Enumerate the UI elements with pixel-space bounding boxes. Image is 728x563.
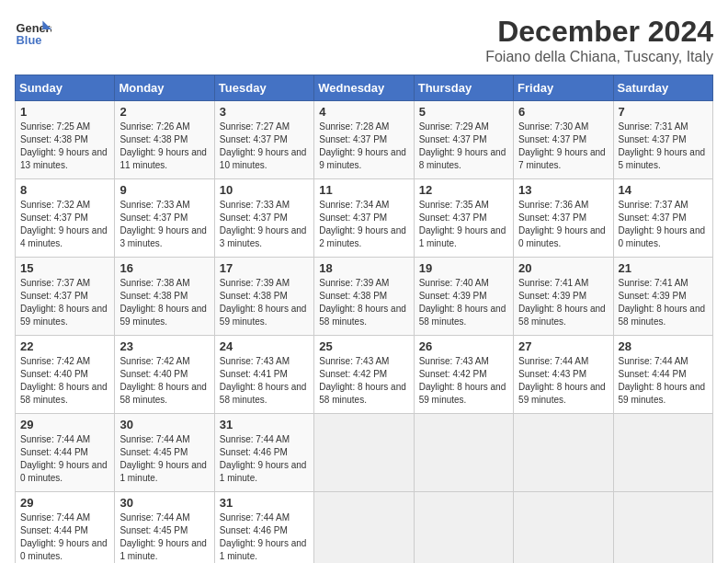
day-number: 13	[518, 183, 608, 197]
cell-info: Sunrise: 7:27 AMSunset: 4:37 PMDaylight:…	[220, 121, 307, 170]
calendar-cell: 5 Sunrise: 7:29 AMSunset: 4:37 PMDayligh…	[414, 101, 513, 179]
cell-info: Sunrise: 7:44 AMSunset: 4:43 PMDaylight:…	[518, 356, 606, 405]
calendar-cell: 27 Sunrise: 7:44 AMSunset: 4:43 PMDaylig…	[514, 336, 613, 414]
day-header-monday: Monday	[115, 75, 214, 101]
logo-icon: General Blue	[15, 15, 51, 52]
day-header-sunday: Sunday	[16, 75, 115, 101]
cell-info: Sunrise: 7:40 AMSunset: 4:39 PMDaylight:…	[419, 278, 506, 327]
day-number: 9	[119, 183, 209, 197]
cell-info: Sunrise: 7:43 AMSunset: 4:41 PMDaylight:…	[220, 356, 307, 405]
cell-info: Sunrise: 7:26 AMSunset: 4:38 PMDaylight:…	[119, 121, 207, 170]
cell-info: Sunrise: 7:30 AMSunset: 4:37 PMDaylight:…	[518, 121, 606, 170]
calendar-cell: 30 Sunrise: 7:44 AMSunset: 4:45 PMDaylig…	[115, 414, 214, 492]
calendar-cell: 14 Sunrise: 7:37 AMSunset: 4:37 PMDaylig…	[613, 179, 712, 258]
day-number: 24	[220, 339, 309, 353]
cell-info: Sunrise: 7:44 AMSunset: 4:44 PMDaylight:…	[619, 356, 706, 405]
cell-info: Sunrise: 7:44 AMSunset: 4:44 PMDaylight:…	[20, 434, 108, 483]
calendar-cell: 15 Sunrise: 7:37 AMSunset: 4:37 PMDaylig…	[16, 258, 115, 336]
calendar-cell: 18 Sunrise: 7:39 AMSunset: 4:38 PMDaylig…	[314, 258, 414, 336]
calendar-cell: 2 Sunrise: 7:26 AMSunset: 4:38 PMDayligh…	[115, 101, 214, 179]
calendar-cell: 6 Sunrise: 7:30 AMSunset: 4:37 PMDayligh…	[514, 101, 613, 179]
calendar-cell: 22 Sunrise: 7:42 AMSunset: 4:40 PMDaylig…	[16, 336, 115, 414]
calendar-row-week5: 29 Sunrise: 7:44 AMSunset: 4:44 PMDaylig…	[16, 414, 713, 492]
calendar-cell	[514, 492, 613, 564]
calendar-row-week3: 15 Sunrise: 7:37 AMSunset: 4:37 PMDaylig…	[16, 258, 713, 336]
cell-info: Sunrise: 7:37 AMSunset: 4:37 PMDaylight:…	[619, 200, 706, 248]
day-number: 8	[20, 183, 109, 197]
calendar-cell: 20 Sunrise: 7:41 AMSunset: 4:39 PMDaylig…	[514, 258, 613, 336]
cell-info: Sunrise: 7:29 AMSunset: 4:37 PMDaylight:…	[419, 121, 506, 170]
calendar-cell	[613, 414, 712, 492]
cell-info: Sunrise: 7:41 AMSunset: 4:39 PMDaylight:…	[518, 278, 606, 327]
page-header: General Blue December 2024 Foiano della …	[15, 15, 713, 65]
calendar-cell	[414, 414, 513, 492]
calendar-table: SundayMondayTuesdayWednesdayThursdayFrid…	[15, 75, 713, 563]
day-number: 26	[419, 339, 508, 353]
cell-info: Sunrise: 7:44 AMSunset: 4:45 PMDaylight:…	[119, 512, 207, 561]
cell-info: Sunrise: 7:41 AMSunset: 4:39 PMDaylight:…	[619, 278, 706, 327]
calendar-cell: 24 Sunrise: 7:43 AMSunset: 4:41 PMDaylig…	[214, 336, 313, 414]
cell-info: Sunrise: 7:32 AMSunset: 4:37 PMDaylight:…	[20, 200, 108, 248]
location-title: Foiano della Chiana, Tuscany, Italy	[485, 49, 713, 65]
cell-info: Sunrise: 7:36 AMSunset: 4:37 PMDaylight:…	[518, 200, 606, 248]
day-number: 25	[319, 339, 408, 353]
month-title: December 2024	[485, 15, 713, 49]
calendar-cell: 11 Sunrise: 7:34 AMSunset: 4:37 PMDaylig…	[314, 179, 414, 258]
cell-info: Sunrise: 7:39 AMSunset: 4:38 PMDaylight:…	[220, 278, 307, 327]
calendar-cell	[314, 492, 414, 564]
calendar-cell: 26 Sunrise: 7:43 AMSunset: 4:42 PMDaylig…	[414, 336, 513, 414]
day-number: 15	[20, 261, 109, 275]
cell-info: Sunrise: 7:43 AMSunset: 4:42 PMDaylight:…	[319, 356, 406, 405]
day-number: 27	[518, 339, 608, 353]
cell-info: Sunrise: 7:44 AMSunset: 4:46 PMDaylight:…	[220, 512, 307, 561]
cell-info: Sunrise: 7:43 AMSunset: 4:42 PMDaylight:…	[419, 356, 506, 405]
day-number: 20	[518, 261, 608, 275]
cell-info: Sunrise: 7:42 AMSunset: 4:40 PMDaylight:…	[20, 356, 108, 405]
cell-info: Sunrise: 7:44 AMSunset: 4:46 PMDaylight:…	[220, 434, 307, 483]
day-number: 7	[619, 105, 708, 119]
day-header-friday: Friday	[514, 75, 613, 101]
calendar-row-week1: 1 Sunrise: 7:25 AMSunset: 4:38 PMDayligh…	[16, 101, 713, 179]
day-number: 1	[20, 105, 109, 119]
calendar-cell: 23 Sunrise: 7:42 AMSunset: 4:40 PMDaylig…	[115, 336, 214, 414]
calendar-cell: 25 Sunrise: 7:43 AMSunset: 4:42 PMDaylig…	[314, 336, 414, 414]
day-number: 31	[220, 418, 309, 431]
day-number: 29	[20, 418, 109, 431]
day-number: 23	[119, 339, 209, 353]
calendar-cell	[314, 414, 414, 492]
day-number: 5	[419, 105, 508, 119]
cell-info: Sunrise: 7:42 AMSunset: 4:40 PMDaylight:…	[119, 356, 207, 405]
day-header-thursday: Thursday	[414, 75, 513, 101]
calendar-cell: 7 Sunrise: 7:31 AMSunset: 4:37 PMDayligh…	[613, 101, 712, 179]
calendar-cell: 17 Sunrise: 7:39 AMSunset: 4:38 PMDaylig…	[214, 258, 313, 336]
day-number: 30	[119, 418, 209, 431]
calendar-row-week4: 22 Sunrise: 7:42 AMSunset: 4:40 PMDaylig…	[16, 336, 713, 414]
calendar-cell: 4 Sunrise: 7:28 AMSunset: 4:37 PMDayligh…	[314, 101, 414, 179]
cell-info: Sunrise: 7:25 AMSunset: 4:38 PMDaylight:…	[20, 121, 108, 170]
calendar-cell: 21 Sunrise: 7:41 AMSunset: 4:39 PMDaylig…	[613, 258, 712, 336]
calendar-cell	[613, 492, 712, 564]
cell-info: Sunrise: 7:37 AMSunset: 4:37 PMDaylight:…	[20, 278, 108, 327]
svg-text:Blue: Blue	[17, 33, 42, 47]
day-number: 19	[419, 261, 508, 275]
calendar-cell	[414, 492, 513, 564]
calendar-cell: 1 Sunrise: 7:25 AMSunset: 4:38 PMDayligh…	[16, 101, 115, 179]
day-number: 17	[220, 261, 309, 275]
day-number: 28	[619, 339, 708, 353]
calendar-row-week6: 29 Sunrise: 7:44 AMSunset: 4:44 PMDaylig…	[16, 492, 713, 564]
day-number: 2	[119, 105, 209, 119]
cell-info: Sunrise: 7:31 AMSunset: 4:37 PMDaylight:…	[619, 121, 706, 170]
calendar-cell: 29 Sunrise: 7:44 AMSunset: 4:44 PMDaylig…	[16, 414, 115, 492]
day-number: 30	[119, 496, 209, 510]
day-number: 10	[220, 183, 309, 197]
calendar-cell: 16 Sunrise: 7:38 AMSunset: 4:38 PMDaylig…	[115, 258, 214, 336]
calendar-cell: 19 Sunrise: 7:40 AMSunset: 4:39 PMDaylig…	[414, 258, 513, 336]
day-number: 6	[518, 105, 608, 119]
cell-info: Sunrise: 7:34 AMSunset: 4:37 PMDaylight:…	[319, 200, 406, 248]
day-number: 21	[619, 261, 708, 275]
day-number: 12	[419, 183, 508, 197]
calendar-cell: 12 Sunrise: 7:35 AMSunset: 4:37 PMDaylig…	[414, 179, 513, 258]
day-number: 31	[220, 496, 309, 510]
calendar-cell: 31 Sunrise: 7:44 AMSunset: 4:46 PMDaylig…	[214, 492, 313, 564]
cell-info: Sunrise: 7:33 AMSunset: 4:37 PMDaylight:…	[220, 200, 307, 248]
